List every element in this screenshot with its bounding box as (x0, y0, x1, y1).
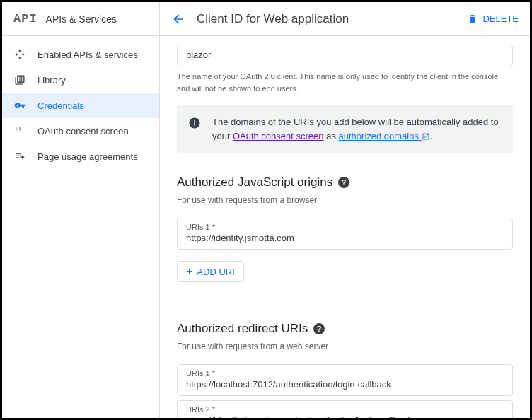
sidebar-header: API APIs & Services (2, 2, 159, 36)
uri-label: URIs 2 * (186, 405, 504, 414)
uri-value: https://identity.jsmotta.com (186, 233, 504, 243)
name-field[interactable]: blazor (177, 45, 513, 66)
consent-icon (13, 124, 26, 137)
redirect-title: Authorized redirect URIs ? (177, 322, 513, 336)
info-banner: The domains of the URIs you add below wi… (177, 105, 513, 153)
page-title: Client ID for Web application (197, 12, 456, 26)
uri-value: https://localhost:7012/authentication/lo… (186, 379, 504, 390)
redirect-uri-1[interactable]: URIs 1 * https://localhost:7012/authenti… (177, 364, 513, 396)
sidebar-title: APIs & Services (46, 13, 117, 25)
main-header: Client ID for Web application DELETE (160, 2, 530, 36)
library-icon (13, 74, 26, 86)
sidebar-item-label: Page usage agreements (37, 151, 138, 162)
uri-label: URIs 1 * (186, 223, 504, 231)
redirect-sub: For use with requests from a web server (177, 342, 513, 351)
agreements-icon (13, 150, 26, 163)
uri-value: https://identity.jsmotta.com/authenticat… (186, 415, 504, 418)
sidebar-item-label: Library (37, 75, 66, 86)
uri-label: URIs 1 * (186, 369, 504, 378)
key-icon (13, 99, 26, 112)
sidebar-item-label: Credentials (37, 100, 84, 111)
back-button[interactable] (171, 12, 185, 26)
sidebar-item-label: OAuth consent screen (37, 126, 129, 136)
delete-label: DELETE (482, 13, 519, 24)
js-uri-1[interactable]: URIs 1 * https://identity.jsmotta.com (177, 218, 513, 250)
name-helper: The name of your OAuth 2.0 client. This … (177, 71, 513, 94)
js-origins-sub: For use with requests from a browser (177, 195, 513, 205)
add-js-uri-button[interactable]: + ADD URI (177, 261, 244, 282)
sidebar: API APIs & Services Enabled APIs & servi… (2, 2, 160, 418)
redirect-uri-2[interactable]: URIs 2 * https://identity.jsmotta.com/au… (177, 400, 513, 418)
help-icon[interactable]: ? (338, 177, 349, 188)
api-logo: API (13, 12, 37, 25)
diamond-icon (13, 48, 26, 61)
js-origins-title: Authorized JavaScript origins ? (177, 175, 513, 189)
external-link-icon (422, 132, 430, 141)
info-text: The domains of the URIs you add below wi… (212, 115, 502, 143)
sidebar-item-library[interactable]: Library (2, 67, 159, 93)
sidebar-item-enabled-apis[interactable]: Enabled APIs & services (2, 42, 159, 67)
sidebar-item-label: Enabled APIs & services (37, 49, 138, 60)
plus-icon: + (186, 266, 192, 277)
delete-button[interactable]: DELETE (467, 13, 519, 25)
sidebar-item-credentials[interactable]: Credentials (2, 93, 159, 118)
help-icon[interactable]: ? (313, 323, 325, 334)
sidebar-item-page-usage[interactable]: Page usage agreements (2, 144, 159, 169)
oauth-consent-link[interactable]: OAuth consent screen (233, 131, 324, 141)
info-icon (188, 117, 201, 129)
sidebar-item-oauth-consent[interactable]: OAuth consent screen (2, 118, 159, 144)
name-value: blazor (186, 49, 504, 60)
authorized-domains-link[interactable]: authorized domains (339, 131, 430, 141)
trash-icon (467, 13, 478, 25)
